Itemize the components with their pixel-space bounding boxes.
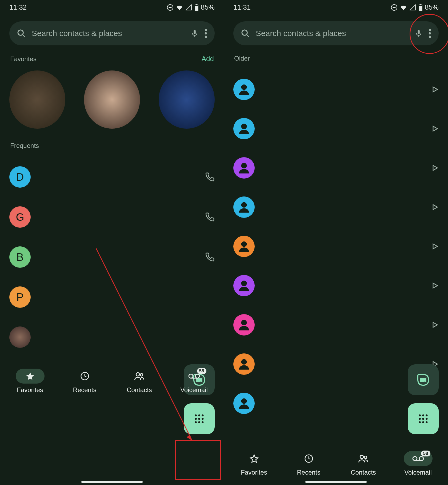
svg-point-49 xyxy=(241,359,247,365)
frequent-contact[interactable]: D xyxy=(9,157,215,197)
mic-icon[interactable] xyxy=(415,29,423,37)
dialpad-fab[interactable] xyxy=(408,403,439,434)
clock-icon xyxy=(80,372,89,381)
status-icons: 85% xyxy=(167,3,215,11)
frequent-contact[interactable]: P xyxy=(9,277,215,317)
svg-point-9 xyxy=(205,29,207,31)
status-icons: 85% xyxy=(391,3,439,11)
nav-favorites[interactable]: Favorites xyxy=(7,369,53,394)
call-icon[interactable] xyxy=(205,212,215,222)
svg-point-50 xyxy=(241,398,247,404)
svg-point-41 xyxy=(429,36,431,38)
dialpad-icon xyxy=(417,413,429,425)
svg-rect-3 xyxy=(195,4,197,5)
voicemail-item[interactable] xyxy=(233,187,439,227)
voicemail-item[interactable] xyxy=(233,70,439,109)
play-icon[interactable] xyxy=(431,125,439,132)
avatar xyxy=(233,353,255,375)
nav-label: Contacts xyxy=(127,386,152,394)
svg-point-14 xyxy=(198,415,200,416)
svg-point-18 xyxy=(202,418,203,420)
play-icon[interactable] xyxy=(431,282,439,289)
star-icon xyxy=(26,372,35,381)
voicemail-item[interactable] xyxy=(233,227,439,266)
nav-contacts[interactable]: Contacts xyxy=(117,369,162,394)
favorite-contact[interactable] xyxy=(9,70,65,129)
svg-rect-4 xyxy=(195,5,198,6)
svg-point-53 xyxy=(422,415,424,416)
voicemail-item[interactable] xyxy=(233,109,439,148)
add-favorite-button[interactable]: Add xyxy=(202,55,214,63)
status-time: 11:32 xyxy=(9,3,27,11)
favorite-contact[interactable] xyxy=(84,70,140,129)
more-icon[interactable] xyxy=(205,29,207,38)
svg-point-10 xyxy=(205,32,207,35)
voicemail-item[interactable] xyxy=(233,266,439,305)
svg-point-55 xyxy=(419,418,421,420)
nav-label: Recents xyxy=(73,386,96,394)
nav-recents[interactable]: Recents xyxy=(286,451,331,476)
voicemail-icon xyxy=(188,373,200,379)
avatar xyxy=(233,393,255,414)
video-call-fab[interactable] xyxy=(408,364,439,395)
video-icon xyxy=(417,373,430,386)
svg-line-36 xyxy=(246,34,249,37)
svg-marker-29 xyxy=(187,435,192,440)
play-icon[interactable] xyxy=(431,203,439,211)
call-icon[interactable] xyxy=(205,172,215,182)
svg-point-5 xyxy=(18,30,23,35)
nav-favorites[interactable]: Favorites xyxy=(231,451,277,476)
nav-recents[interactable]: Recents xyxy=(62,369,107,394)
svg-point-57 xyxy=(426,418,427,420)
svg-point-58 xyxy=(419,421,421,423)
svg-point-42 xyxy=(241,84,247,90)
svg-point-47 xyxy=(241,281,247,286)
svg-point-63 xyxy=(364,456,367,459)
frequents-list: D G B P xyxy=(0,154,224,360)
frequent-contact[interactable]: B xyxy=(9,237,215,277)
svg-point-45 xyxy=(241,202,247,208)
favorites-header: Favorites Add xyxy=(0,52,224,68)
annotation-box xyxy=(175,440,221,480)
phone-right: 11:31 85% Search contacts & places Older xyxy=(224,0,448,485)
dnd-icon xyxy=(167,4,174,11)
nav-bar: Favorites Recents Contacts 58 Voicemail xyxy=(224,442,448,485)
avatar: B xyxy=(9,246,31,268)
frequent-contact[interactable] xyxy=(9,317,215,357)
nav-voicemail[interactable]: 58 Voicemail xyxy=(171,369,217,394)
nav-contacts[interactable]: Contacts xyxy=(341,451,386,476)
search-placeholder: Search contacts & places xyxy=(256,29,409,38)
avatar xyxy=(233,314,255,336)
svg-rect-51 xyxy=(421,378,424,381)
search-bar[interactable]: Search contacts & places xyxy=(9,21,215,45)
svg-rect-7 xyxy=(194,30,196,34)
signal-icon xyxy=(185,4,192,11)
voicemail-item[interactable] xyxy=(233,305,439,344)
favorites-label: Favorites xyxy=(10,55,37,63)
play-icon[interactable] xyxy=(431,86,439,93)
dialpad-fab[interactable] xyxy=(184,403,215,434)
favorite-contact[interactable] xyxy=(159,70,215,129)
search-placeholder: Search contacts & places xyxy=(32,29,185,38)
more-icon[interactable] xyxy=(429,29,431,38)
search-icon xyxy=(241,29,250,38)
voicemail-item[interactable] xyxy=(233,148,439,187)
frequent-contact[interactable]: G xyxy=(9,197,215,237)
favorites-row xyxy=(0,68,224,139)
svg-point-62 xyxy=(360,455,363,459)
mic-icon[interactable] xyxy=(191,29,199,37)
nav-voicemail[interactable]: 58 Voicemail xyxy=(395,451,441,476)
nav-label: Favorites xyxy=(241,469,267,476)
gesture-bar xyxy=(81,481,143,483)
play-icon[interactable] xyxy=(431,321,439,329)
call-icon[interactable] xyxy=(205,252,215,262)
contacts-icon xyxy=(358,454,369,463)
play-icon[interactable] xyxy=(431,243,439,250)
avatar xyxy=(233,275,255,296)
avatar xyxy=(233,79,255,100)
contacts-icon xyxy=(134,372,145,381)
dnd-icon xyxy=(391,4,398,11)
play-icon[interactable] xyxy=(431,164,439,172)
search-bar[interactable]: Search contacts & places xyxy=(233,21,439,45)
svg-point-43 xyxy=(241,124,247,129)
